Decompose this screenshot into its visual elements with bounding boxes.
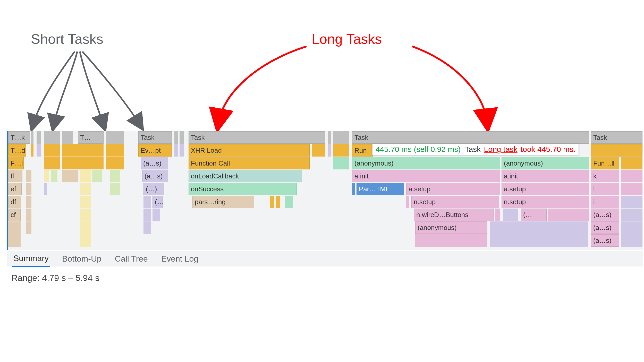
call-sliver[interactable] (180, 144, 184, 157)
call-sliver[interactable] (44, 144, 60, 157)
call-block[interactable]: (a…s) (591, 221, 619, 234)
call-sliver[interactable] (80, 183, 91, 195)
call-block[interactable]: k (591, 170, 619, 182)
call-sliver[interactable] (26, 183, 31, 195)
call-sliver[interactable] (80, 170, 91, 182)
call-sliver[interactable] (495, 209, 500, 221)
call-sliver[interactable] (333, 144, 349, 157)
call-sliver[interactable] (143, 221, 151, 234)
call-sliver[interactable] (80, 209, 91, 221)
call-block[interactable]: (… (152, 196, 163, 208)
call-sliver[interactable] (80, 196, 91, 208)
call-block[interactable]: n.setup (502, 196, 589, 208)
call-sliver[interactable] (80, 234, 91, 247)
call-block[interactable]: onSuccess (189, 183, 297, 195)
call-sliver[interactable] (174, 144, 178, 157)
task-block[interactable]: Task (591, 131, 642, 144)
call-sliver[interactable] (621, 157, 642, 169)
call-block[interactable]: (anonymous) (352, 157, 500, 169)
task-sliver[interactable] (37, 131, 41, 144)
call-block[interactable]: Run (352, 144, 373, 157)
call-block[interactable]: cf (8, 209, 21, 221)
task-sliver[interactable] (31, 131, 33, 144)
call-block[interactable]: Fun…ll (591, 157, 619, 169)
call-block[interactable]: a.init (502, 170, 589, 182)
call-sliver[interactable] (110, 183, 120, 195)
call-block[interactable]: XHR Load (189, 144, 310, 157)
task-sliver[interactable] (180, 131, 184, 144)
tab-call-tree[interactable]: Call Tree (114, 252, 149, 266)
task-block[interactable]: T…k (8, 131, 30, 144)
call-sliver[interactable] (352, 183, 355, 195)
call-sliver[interactable] (8, 234, 21, 247)
call-sliver[interactable] (406, 196, 409, 208)
call-sliver[interactable] (143, 209, 151, 221)
call-sliver[interactable] (26, 170, 31, 182)
call-block[interactable]: onLoadCallback (189, 170, 302, 182)
task-block-long[interactable]: Task (352, 131, 589, 144)
call-sliver[interactable] (333, 157, 349, 169)
call-sliver[interactable] (276, 196, 280, 208)
tab-summary[interactable]: Summary (12, 251, 50, 267)
task-sliver[interactable] (328, 131, 331, 144)
task-block-long[interactable]: Task (189, 131, 325, 144)
call-sliver[interactable] (621, 183, 642, 195)
call-sliver[interactable] (92, 170, 102, 182)
call-sliver[interactable] (62, 157, 104, 169)
call-sliver[interactable] (621, 221, 642, 234)
call-sliver[interactable] (503, 209, 518, 221)
call-block[interactable]: T…d (8, 144, 26, 157)
call-sliver[interactable] (44, 183, 47, 195)
call-sliver[interactable] (51, 170, 57, 182)
call-block[interactable]: l (591, 183, 619, 195)
call-sliver[interactable] (490, 234, 588, 247)
call-block[interactable]: Function Call (189, 157, 310, 169)
call-sliver[interactable] (490, 221, 588, 234)
call-sliver[interactable] (110, 170, 120, 182)
task-block[interactable]: Task (138, 131, 172, 144)
call-sliver[interactable] (44, 157, 60, 169)
call-block[interactable]: df (8, 196, 21, 208)
call-block[interactable]: n.setup (411, 196, 499, 208)
call-block[interactable]: a.init (352, 170, 500, 182)
call-block[interactable]: ef (8, 183, 22, 195)
call-sliver[interactable] (548, 209, 589, 221)
call-block[interactable]: (anonymous) (415, 221, 487, 234)
call-sliver[interactable] (621, 196, 642, 208)
tooltip-long-task-link[interactable]: Long task (484, 145, 518, 153)
call-block[interactable]: (a…s) (141, 157, 168, 169)
call-block[interactable]: n.wireD…Buttons (414, 209, 494, 221)
flame-chart[interactable]: T…k T… Task Task Task Task T…d Ev…pt XHR… (7, 131, 643, 250)
call-block[interactable]: a.setup (502, 183, 589, 195)
call-block[interactable]: ff (8, 170, 22, 182)
call-block[interactable]: i (591, 196, 619, 208)
task-sliver[interactable] (174, 131, 178, 144)
call-sliver[interactable] (31, 144, 33, 157)
call-block[interactable]: (anonymous) (502, 157, 589, 169)
call-block[interactable]: (… (521, 209, 547, 221)
call-sliver[interactable] (62, 144, 104, 157)
call-sliver[interactable] (26, 221, 31, 234)
task-block[interactable]: T… (78, 131, 104, 144)
call-block[interactable]: F…l (8, 157, 24, 169)
call-block[interactable]: Ev…pt (138, 144, 172, 157)
call-sliver[interactable] (80, 221, 91, 234)
call-sliver[interactable] (270, 196, 274, 208)
task-sliver[interactable] (62, 131, 73, 144)
call-sliver[interactable] (143, 196, 151, 208)
call-sliver[interactable] (312, 144, 325, 157)
call-block[interactable]: (…) (143, 183, 164, 195)
call-sliver[interactable] (285, 196, 293, 208)
task-sliver[interactable] (106, 131, 124, 144)
call-sliver[interactable] (152, 209, 160, 221)
task-sliver[interactable] (44, 131, 60, 144)
call-sliver[interactable] (328, 144, 331, 157)
call-sliver[interactable] (621, 234, 642, 247)
call-sliver[interactable] (37, 144, 41, 157)
call-sliver[interactable] (106, 144, 124, 157)
call-block[interactable]: Par…TML (357, 183, 404, 195)
call-sliver[interactable] (26, 196, 31, 208)
tab-bottom-up[interactable]: Bottom-Up (61, 252, 103, 266)
call-sliver[interactable] (44, 170, 49, 182)
call-block[interactable]: a.setup (406, 183, 500, 195)
